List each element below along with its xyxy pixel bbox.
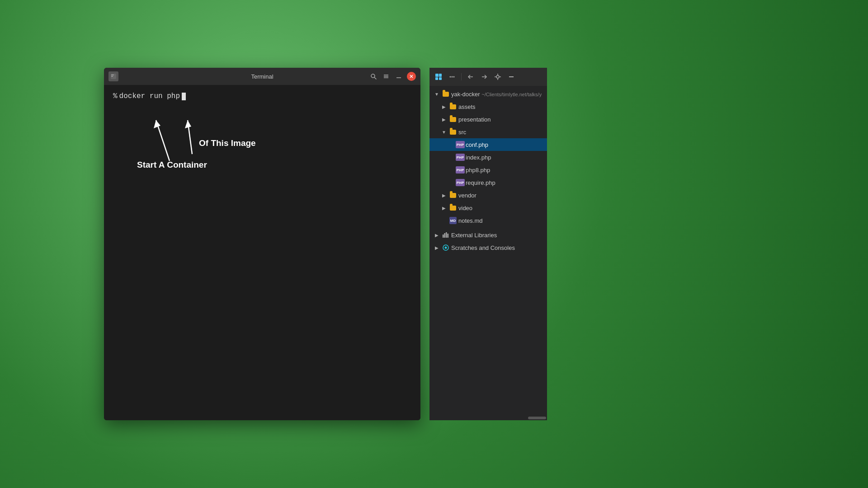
filetree-panel: yak-docker ~/Clients/timlytle.net/talks/… xyxy=(429,68,547,420)
tree-item-php8-php[interactable]: PHP php8.php xyxy=(429,164,547,176)
svg-rect-18 xyxy=(439,77,442,80)
notes-md-chevron xyxy=(440,217,448,224)
svg-marker-12 xyxy=(154,120,160,128)
prompt-char: % xyxy=(113,92,118,100)
svg-rect-16 xyxy=(439,74,442,77)
conf-php-label: conf.php xyxy=(466,141,547,148)
src-folder-icon xyxy=(449,128,457,136)
root-folder-icon xyxy=(442,90,449,98)
php8-php-chevron xyxy=(448,166,455,174)
project-view-button[interactable] xyxy=(433,71,444,82)
tree-item-notes-md[interactable]: MD notes.md xyxy=(429,214,547,227)
of-image-label: Of This Image xyxy=(199,138,256,148)
require-php-label: require.php xyxy=(466,179,547,186)
filetree-content[interactable]: yak-docker ~/Clients/timlytle.net/talks/… xyxy=(429,86,547,415)
presentation-chevron xyxy=(440,116,448,123)
assets-chevron xyxy=(440,103,448,110)
tree-item-presentation[interactable]: presentation xyxy=(429,113,547,126)
terminal-controls xyxy=(369,72,416,81)
vendor-chevron xyxy=(440,192,448,199)
tree-item-conf-php[interactable]: PHP conf.php xyxy=(429,138,547,151)
presentation-label: presentation xyxy=(458,116,547,123)
index-php-icon: PHP xyxy=(457,154,464,161)
svg-point-35 xyxy=(445,247,447,249)
src-label: src xyxy=(458,129,547,136)
dots-button[interactable] xyxy=(447,71,458,82)
video-chevron xyxy=(440,204,448,211)
tree-item-external-libraries[interactable]: External Libraries xyxy=(429,229,547,241)
index-php-chevron xyxy=(448,154,455,161)
svg-rect-30 xyxy=(443,235,444,238)
filetree-toolbar xyxy=(429,68,547,86)
svg-rect-15 xyxy=(435,74,439,77)
root-path: ~/Clients/timlytle.net/talks/y xyxy=(481,92,542,97)
scratches-label: Scratches and Consoles xyxy=(451,244,547,251)
tree-item-vendor[interactable]: vendor xyxy=(429,189,547,202)
svg-rect-17 xyxy=(435,77,438,80)
root-label: yak-docker ~/Clients/timlytle.net/talks/… xyxy=(451,91,547,98)
toolbar-separator-1 xyxy=(461,73,462,80)
svg-rect-2 xyxy=(111,76,113,77)
vendor-folder-icon xyxy=(449,192,457,199)
tree-item-src[interactable]: src xyxy=(429,126,547,138)
terminal-body[interactable]: % docker run php Start A Container Of Th… xyxy=(104,85,420,420)
vendor-label: vendor xyxy=(458,192,547,199)
close-panel-button[interactable] xyxy=(506,71,517,82)
cursor xyxy=(182,93,186,100)
conf-php-icon: PHP xyxy=(457,141,464,148)
tree-item-require-php[interactable]: PHP require.php xyxy=(429,176,547,189)
svg-point-19 xyxy=(450,76,451,78)
external-libraries-icon xyxy=(442,231,449,239)
tree-root-item[interactable]: yak-docker ~/Clients/timlytle.net/talks/… xyxy=(429,88,547,100)
assets-folder-icon xyxy=(449,103,457,110)
video-label: video xyxy=(458,205,547,211)
svg-rect-32 xyxy=(446,232,447,238)
svg-line-4 xyxy=(375,78,377,80)
menu-button[interactable] xyxy=(382,72,391,81)
svg-rect-31 xyxy=(444,233,446,238)
assets-label: assets xyxy=(458,103,547,110)
notes-md-icon: MD xyxy=(449,217,457,224)
root-name: yak-docker xyxy=(451,91,480,98)
external-libraries-label: External Libraries xyxy=(451,232,547,239)
search-button[interactable] xyxy=(369,72,378,81)
expand-button[interactable] xyxy=(479,71,490,82)
terminal-prompt: % docker run php xyxy=(113,92,411,100)
php8-php-icon: PHP xyxy=(457,166,464,174)
scratches-chevron xyxy=(433,244,440,251)
php8-php-label: php8.php xyxy=(466,167,547,174)
terminal-titlebar: Terminal xyxy=(104,68,420,85)
index-php-label: index.php xyxy=(466,154,547,161)
terminal-title: Terminal xyxy=(251,73,273,80)
root-chevron xyxy=(433,90,440,98)
tree-item-index-php[interactable]: PHP index.php xyxy=(429,151,547,164)
svg-point-24 xyxy=(496,75,499,78)
settings-button[interactable] xyxy=(492,71,503,82)
conf-php-chevron xyxy=(448,141,455,148)
annotation-arrows-svg xyxy=(129,107,274,165)
svg-rect-1 xyxy=(111,75,114,75)
scratches-icon xyxy=(442,244,449,251)
svg-rect-33 xyxy=(448,234,449,238)
svg-point-21 xyxy=(453,76,455,78)
svg-point-3 xyxy=(371,74,375,78)
svg-point-20 xyxy=(452,76,453,78)
scrollbar-area xyxy=(429,415,547,420)
close-button[interactable] xyxy=(407,72,416,81)
minimize-button[interactable] xyxy=(394,72,403,81)
require-php-chevron xyxy=(448,179,455,186)
svg-marker-14 xyxy=(185,120,191,128)
terminal-app-icon xyxy=(108,71,118,81)
terminal-window: Terminal xyxy=(104,68,420,420)
tree-item-video[interactable]: video xyxy=(429,202,547,214)
video-folder-icon xyxy=(449,204,457,211)
require-php-icon: PHP xyxy=(457,179,464,186)
tree-item-assets[interactable]: assets xyxy=(429,100,547,113)
src-chevron xyxy=(440,128,448,136)
start-container-label: Start A Container xyxy=(137,160,207,170)
horizontal-scrollbar[interactable] xyxy=(528,417,546,419)
collapse-button[interactable] xyxy=(465,71,476,82)
presentation-folder-icon xyxy=(449,116,457,123)
tree-item-scratches[interactable]: Scratches and Consoles xyxy=(429,241,547,254)
external-libraries-chevron xyxy=(433,231,440,239)
